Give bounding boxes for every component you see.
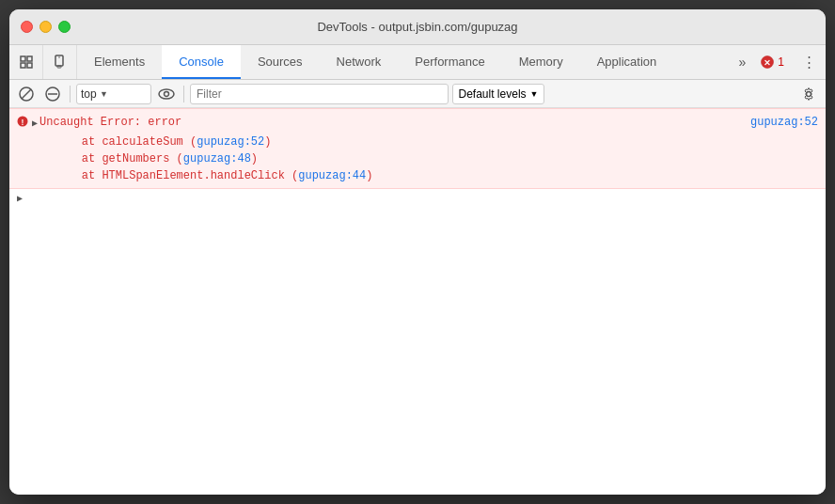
- filter-input[interactable]: [190, 84, 449, 104]
- error-location-link[interactable]: gupuzag:52: [743, 114, 818, 131]
- stack-frame-2: at getNumbers (gupuzag:48): [9, 150, 826, 167]
- context-selector[interactable]: top ▼: [76, 84, 151, 104]
- svg-rect-0: [21, 56, 25, 61]
- svg-point-14: [165, 91, 169, 96]
- tab-elements[interactable]: Elements: [77, 45, 162, 79]
- tab-network[interactable]: Network: [320, 45, 399, 79]
- stack-link-1[interactable]: gupuzag:52: [197, 135, 264, 149]
- error-count: 1: [778, 55, 784, 69]
- tab-memory[interactable]: Memory: [502, 45, 580, 79]
- error-circle-icon: !: [17, 116, 28, 133]
- error-main-line: ! ▶ Uncaught Error: error gupuzag:52: [9, 113, 826, 134]
- levels-label: Default levels: [459, 87, 527, 101]
- stack-link-2[interactable]: gupuzag:48: [183, 152, 251, 165]
- svg-rect-1: [21, 63, 25, 68]
- console-input-row: ▶: [9, 189, 826, 206]
- clear-console-button[interactable]: [15, 83, 38, 105]
- tab-performance[interactable]: Performance: [398, 45, 501, 79]
- device-toolbar-button[interactable]: [43, 45, 77, 79]
- stack-link-3[interactable]: gupuzag:44: [298, 169, 366, 182]
- gear-icon: [801, 87, 816, 102]
- inspect-element-button[interactable]: [9, 45, 43, 79]
- vertical-dots-icon: ⋮: [802, 54, 816, 71]
- cursor-icon: [19, 55, 34, 70]
- error-message: Uncaught Error: error: [39, 114, 743, 131]
- toolbar-separator-2: [183, 86, 184, 102]
- console-toolbar: top ▼ Default levels ▼: [9, 80, 826, 108]
- error-badge[interactable]: ✕ 1: [753, 45, 792, 79]
- more-tabs-button[interactable]: »: [732, 45, 754, 79]
- tab-list: Elements Console Sources Network Perform…: [77, 45, 732, 79]
- tab-sources[interactable]: Sources: [241, 45, 320, 79]
- svg-text:✕: ✕: [764, 58, 771, 68]
- live-expressions-button[interactable]: [155, 83, 178, 105]
- tab-console[interactable]: Console: [162, 45, 241, 79]
- title-bar: DevTools - output.jsbin.com/gupuzag: [9, 9, 826, 45]
- devtools-window: DevTools - output.jsbin.com/gupuzag Elem…: [9, 9, 826, 495]
- svg-point-15: [807, 91, 811, 96]
- eye-icon: [158, 87, 175, 101]
- error-entry: ! ▶ Uncaught Error: error gupuzag:52 at …: [9, 108, 826, 189]
- close-button[interactable]: [21, 21, 33, 33]
- clear-icon: [19, 87, 34, 102]
- block-icon: [45, 87, 60, 102]
- svg-text:!: !: [20, 118, 24, 127]
- maximize-button[interactable]: [58, 21, 71, 33]
- svg-rect-3: [27, 63, 32, 68]
- window-title: DevTools - output.jsbin.com/gupuzag: [317, 20, 517, 34]
- traffic-lights: [21, 21, 71, 33]
- minimize-button[interactable]: [39, 21, 52, 33]
- console-settings-button[interactable]: [797, 83, 820, 105]
- svg-rect-5: [57, 66, 61, 68]
- chevron-down-icon: ▼: [530, 89, 539, 99]
- error-badge-icon: ✕: [761, 55, 774, 69]
- svg-line-10: [22, 89, 31, 99]
- log-levels-dropdown[interactable]: Default levels ▼: [452, 84, 545, 104]
- filter-button[interactable]: [41, 83, 64, 105]
- devtools-menu-button[interactable]: ⋮: [792, 45, 826, 79]
- stack-frame-1: at calculateSum (gupuzag:52): [9, 134, 826, 150]
- svg-point-13: [159, 89, 174, 99]
- devtools-tab-bar: Elements Console Sources Network Perform…: [9, 45, 826, 80]
- context-dropdown[interactable]: top: [81, 87, 97, 101]
- expand-triangle-icon[interactable]: ▶: [32, 116, 38, 133]
- console-output: ! ▶ Uncaught Error: error gupuzag:52 at …: [9, 108, 826, 495]
- toolbar-separator-1: [70, 86, 71, 102]
- stack-frame-3: at HTMLSpanElement.handleClick (gupuzag:…: [9, 167, 826, 184]
- device-icon: [53, 55, 68, 70]
- svg-rect-2: [27, 56, 32, 61]
- tab-application[interactable]: Application: [580, 45, 674, 79]
- console-prompt-triangle[interactable]: ▶: [17, 193, 23, 204]
- error-icon-svg: !: [17, 116, 28, 127]
